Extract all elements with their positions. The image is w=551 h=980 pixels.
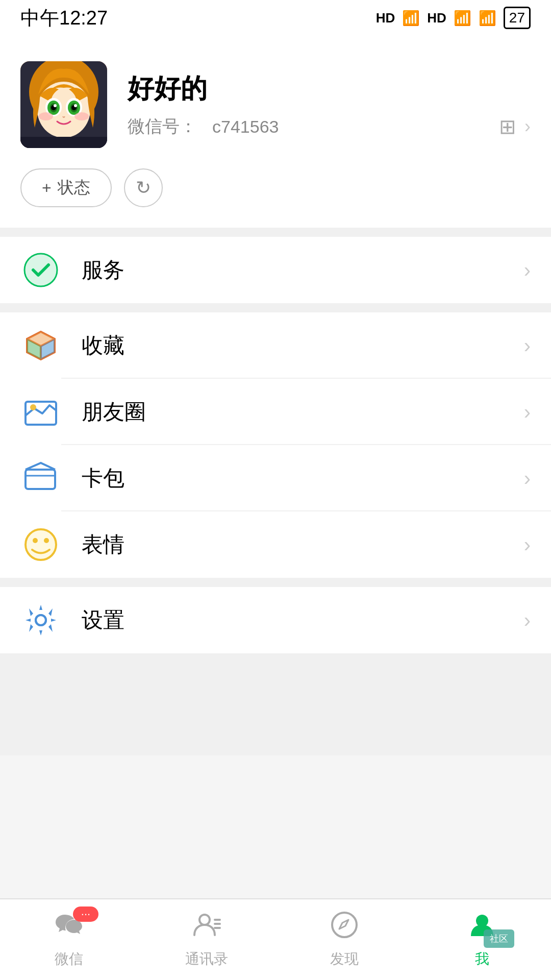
avatar[interactable] bbox=[20, 61, 107, 148]
svg-point-7 bbox=[54, 104, 57, 107]
contacts-nav-icon bbox=[192, 911, 221, 945]
svg-point-24 bbox=[30, 404, 36, 410]
nav-item-me[interactable]: 社区 我 bbox=[413, 899, 551, 980]
svg-point-13 bbox=[39, 112, 53, 120]
empty-area bbox=[0, 653, 551, 755]
wifi-icon: 📶 bbox=[479, 10, 496, 27]
contacts-nav-label: 通讯录 bbox=[185, 949, 228, 969]
settings-label: 设置 bbox=[82, 606, 524, 634]
collect-chevron-icon: › bbox=[524, 334, 531, 357]
profile-wechat-id: 微信号：c741563 ⊞ › bbox=[128, 115, 531, 138]
me-nav-icon: 社区 bbox=[468, 911, 496, 945]
svg-point-36 bbox=[332, 913, 357, 937]
service-label: 服务 bbox=[82, 256, 524, 284]
menu-group-service: 服务 › bbox=[0, 237, 551, 303]
menu-item-service[interactable]: 服务 › bbox=[0, 237, 551, 303]
menu-item-collect[interactable]: 收藏 › bbox=[0, 312, 551, 379]
status-time: 中午12:27 bbox=[20, 5, 108, 31]
nav-item-discover[interactable]: 发现 bbox=[276, 899, 413, 980]
wechat-nav-label: 微信 bbox=[55, 949, 83, 969]
emoji-icon bbox=[20, 524, 61, 565]
bottom-nav: ··· 微信 通讯录 发现 bbox=[0, 898, 551, 980]
add-status-button[interactable]: + 状态 bbox=[20, 168, 112, 207]
menu-group-settings: 设置 › bbox=[0, 587, 551, 653]
menu-item-settings[interactable]: 设置 › bbox=[0, 587, 551, 653]
signal-bar1-icon: 📶 bbox=[402, 10, 420, 27]
signal-bar2-icon: 📶 bbox=[454, 10, 471, 27]
wechat-nav-icon: ··· bbox=[55, 911, 83, 945]
discover-nav-icon bbox=[330, 911, 359, 945]
svg-point-31 bbox=[36, 615, 46, 625]
svg-point-14 bbox=[74, 112, 89, 120]
me-nav-label: 我 bbox=[475, 949, 489, 969]
signal-hd2-icon: HD bbox=[427, 10, 446, 26]
menu-item-moments[interactable]: 朋友圈 › bbox=[0, 379, 551, 445]
service-icon bbox=[20, 250, 61, 290]
wechat-badge: ··· bbox=[73, 906, 98, 922]
section-divider-2 bbox=[0, 303, 551, 312]
collect-icon bbox=[20, 325, 61, 366]
moments-chevron-icon: › bbox=[524, 401, 531, 424]
collect-label: 收藏 bbox=[82, 331, 524, 360]
plus-icon: + bbox=[42, 179, 52, 198]
profile-info: 好好的 微信号：c741563 ⊞ › bbox=[128, 71, 531, 138]
status-label: 状态 bbox=[58, 177, 90, 199]
refresh-icon: ↻ bbox=[136, 177, 151, 199]
wechat-id-value: c741563 bbox=[212, 117, 279, 137]
svg-point-28 bbox=[33, 538, 38, 543]
moments-icon bbox=[20, 391, 61, 432]
menu-group-main: 收藏 › 朋友圈 › 卡包 › bbox=[0, 312, 551, 578]
moments-label: 朋友圈 bbox=[82, 398, 524, 426]
menu-item-emoji[interactable]: 表情 › bbox=[0, 511, 551, 578]
qr-code-icon: ⊞ bbox=[499, 115, 516, 138]
svg-rect-25 bbox=[26, 470, 55, 489]
refresh-button[interactable]: ↻ bbox=[124, 168, 163, 207]
settings-icon bbox=[20, 600, 61, 641]
svg-point-2 bbox=[37, 82, 90, 138]
emoji-chevron-icon: › bbox=[524, 533, 531, 556]
service-chevron-icon: › bbox=[524, 259, 531, 282]
svg-point-32 bbox=[199, 915, 210, 925]
settings-chevron-icon: › bbox=[524, 609, 531, 632]
profile-chevron-icon: › bbox=[524, 116, 531, 137]
section-divider-1 bbox=[0, 228, 551, 237]
svg-point-29 bbox=[44, 538, 49, 543]
emoji-label: 表情 bbox=[82, 530, 524, 559]
section-divider-3 bbox=[0, 578, 551, 587]
status-icons: HD 📶 HD 📶 📶 27 bbox=[376, 7, 531, 29]
signal-hd-icon: HD bbox=[376, 10, 395, 26]
wallet-label: 卡包 bbox=[82, 464, 524, 493]
profile-actions: + 状态 ↻ bbox=[20, 168, 531, 207]
nav-item-contacts[interactable]: 通讯录 bbox=[138, 899, 276, 980]
wallet-icon bbox=[20, 458, 61, 499]
svg-point-12 bbox=[74, 104, 77, 107]
svg-point-27 bbox=[26, 529, 56, 560]
profile-row: 好好的 微信号：c741563 ⊞ › bbox=[20, 61, 531, 148]
profile-section: 好好的 微信号：c741563 ⊞ › + 状态 ↻ bbox=[0, 36, 551, 228]
battery-indicator: 27 bbox=[504, 7, 531, 29]
status-bar: 中午12:27 HD 📶 HD 📶 📶 27 bbox=[0, 0, 551, 36]
wallet-chevron-icon: › bbox=[524, 467, 531, 490]
wechat-id-label: 微信号： bbox=[128, 115, 197, 138]
qr-area[interactable]: ⊞ › bbox=[499, 115, 531, 138]
profile-name: 好好的 bbox=[128, 71, 531, 107]
nav-item-wechat[interactable]: ··· 微信 bbox=[0, 899, 138, 980]
menu-item-wallet[interactable]: 卡包 › bbox=[0, 445, 551, 511]
discover-nav-label: 发现 bbox=[330, 949, 359, 969]
